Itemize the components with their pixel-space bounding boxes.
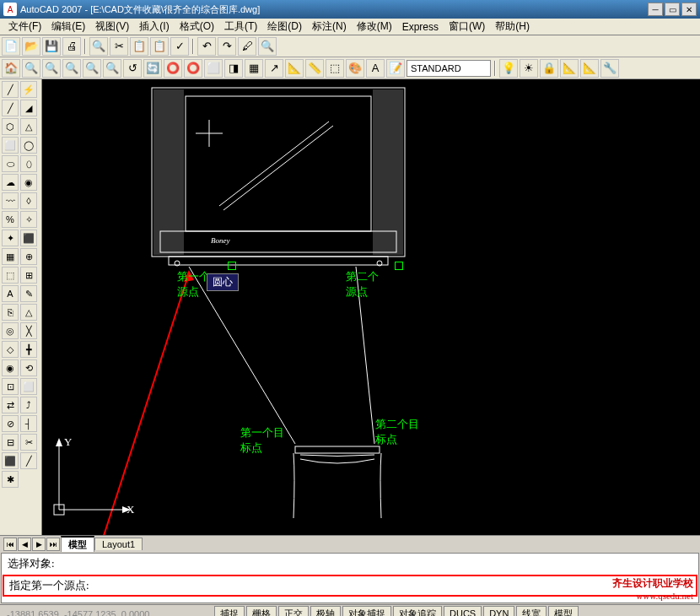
draw-tool-button[interactable]: ╱ <box>2 81 19 98</box>
toolbar-button[interactable]: 📂 <box>22 37 40 56</box>
draw-tool-button[interactable]: ✦ <box>2 230 19 246</box>
menu-item[interactable]: 帮助(H) <box>490 18 535 35</box>
toolbar-button[interactable]: ✓ <box>170 37 189 56</box>
toolbar-button[interactable]: 🔍 <box>62 59 81 78</box>
toolbar-button[interactable]: 📋 <box>150 37 169 56</box>
status-toggle[interactable]: 栅格 <box>246 606 277 616</box>
menu-item[interactable]: Express <box>397 19 444 35</box>
toolbar-button[interactable]: 🔍 <box>83 59 101 78</box>
tab-nav-button[interactable]: ◀ <box>18 538 31 551</box>
menu-item[interactable]: 视图(V) <box>90 18 134 35</box>
modify-tool-button[interactable]: ⬛ <box>2 452 19 469</box>
layer-toolbar-button[interactable]: ☀ <box>520 59 538 78</box>
layout-tab[interactable]: Layout1 <box>94 538 143 550</box>
draw-tool-button[interactable]: ◊ <box>20 192 37 209</box>
draw-tool-button[interactable]: % <box>2 211 19 228</box>
draw-tool-button[interactable]: ⬜ <box>2 137 19 154</box>
text-style-select[interactable] <box>407 60 491 77</box>
modify-tool-button[interactable]: ✱ <box>2 471 19 488</box>
draw-tool-button[interactable]: ▦ <box>2 248 19 265</box>
status-toggle[interactable]: 极轴 <box>310 606 341 616</box>
toolbar-button[interactable]: 🔍 <box>42 59 61 78</box>
status-toggle[interactable]: 线宽 <box>516 606 547 616</box>
minimize-button[interactable]: ─ <box>648 3 663 16</box>
toolbar-button[interactable]: ⭕ <box>184 59 202 78</box>
toolbar-button[interactable]: 🖨 <box>62 37 81 56</box>
toolbar-button[interactable]: ◨ <box>224 59 243 78</box>
draw-tool-button[interactable]: 〰 <box>2 192 19 209</box>
command-prompt[interactable]: 指定第一个源点: <box>3 575 697 597</box>
draw-tool-button[interactable]: ⚡ <box>20 81 37 98</box>
modify-tool-button[interactable]: △ <box>20 304 37 321</box>
draw-tool-button[interactable]: ⬡ <box>2 118 19 135</box>
layer-toolbar-button[interactable]: 💡 <box>499 59 518 78</box>
toolbar-button[interactable]: 💾 <box>42 37 61 56</box>
draw-tool-button[interactable]: A <box>2 285 19 302</box>
draw-tool-button[interactable]: ◉ <box>20 174 37 191</box>
toolbar-button[interactable]: 📏 <box>305 59 324 78</box>
draw-tool-button[interactable]: ⊕ <box>20 248 37 265</box>
modify-tool-button[interactable]: ⊡ <box>2 378 19 395</box>
toolbar-button[interactable]: 🏠 <box>2 59 20 78</box>
toolbar-button[interactable]: ⬜ <box>204 59 223 78</box>
draw-tool-button[interactable]: ⬚ <box>2 267 19 284</box>
modify-tool-button[interactable]: ⬜ <box>20 378 37 395</box>
menu-item[interactable]: 窗口(W) <box>444 18 490 35</box>
status-toggle[interactable]: 捕捉 <box>214 606 245 616</box>
modify-tool-button[interactable]: ╋ <box>20 341 37 358</box>
draw-tool-button[interactable]: ☁ <box>2 174 19 191</box>
menu-item[interactable]: 格式(O) <box>175 18 219 35</box>
toolbar-button[interactable]: ↶ <box>197 37 216 56</box>
drawing-canvas[interactable]: 第一个 源点 第二个 源点 第一个目 标点 第二个目 标点 圆心 Y X Bon… <box>42 79 700 535</box>
command-window[interactable]: 选择对象: 指定第一个源点: <box>1 553 699 603</box>
menu-item[interactable]: 绘图(D) <box>262 18 307 35</box>
draw-tool-button[interactable]: ⬭ <box>2 155 19 172</box>
modify-tool-button[interactable]: ⊘ <box>2 415 19 432</box>
draw-tool-button[interactable]: ⬛ <box>20 230 37 246</box>
close-button[interactable]: ✕ <box>681 3 697 16</box>
status-toggle[interactable]: 模型 <box>548 606 579 616</box>
toolbar-button[interactable]: 🔄 <box>143 59 162 78</box>
toolbar-button[interactable]: 📐 <box>285 59 304 78</box>
status-toggle[interactable]: 对象捕捉 <box>342 606 391 616</box>
draw-tool-button[interactable]: △ <box>20 118 37 135</box>
toolbar-button[interactable]: 🎨 <box>346 59 364 78</box>
draw-tool-button[interactable]: ⬯ <box>20 155 37 172</box>
tab-nav-button[interactable]: ⏭ <box>46 538 60 551</box>
toolbar-button[interactable]: 🔍 <box>89 37 108 56</box>
maximize-button[interactable]: ▭ <box>665 3 680 16</box>
toolbar-button[interactable]: 🖊 <box>238 37 256 56</box>
layer-toolbar-button[interactable]: 📐 <box>580 59 599 78</box>
draw-tool-button[interactable]: ◯ <box>20 137 37 154</box>
modify-tool-button[interactable]: ⎘ <box>2 304 19 321</box>
toolbar-button[interactable]: 📋 <box>130 37 148 56</box>
modify-tool-button[interactable]: ◎ <box>2 322 19 339</box>
menu-item[interactable]: 修改(M) <box>352 18 397 35</box>
layer-toolbar-button[interactable]: 🔧 <box>600 59 619 78</box>
draw-tool-button[interactable]: ╱ <box>2 100 19 116</box>
toolbar-button[interactable]: ↺ <box>123 59 142 78</box>
menu-item[interactable]: 编辑(E) <box>46 18 90 35</box>
layer-toolbar-button[interactable]: 📐 <box>560 59 579 78</box>
toolbar-button[interactable]: ⬚ <box>326 59 344 78</box>
menu-item[interactable]: 文件(F) <box>3 18 46 35</box>
tab-nav-button[interactable]: ⏮ <box>3 538 17 551</box>
toolbar-button[interactable]: ⭕ <box>164 59 182 78</box>
draw-tool-button[interactable]: ⊞ <box>20 267 37 284</box>
toolbar-button[interactable]: 📄 <box>2 37 20 56</box>
toolbar-button[interactable]: ▦ <box>245 59 263 78</box>
toolbar-button[interactable]: ✂ <box>110 37 128 56</box>
menu-item[interactable]: 工具(T) <box>219 18 262 35</box>
toolbar-button[interactable]: 📝 <box>386 59 405 78</box>
layer-toolbar-button[interactable]: 🔒 <box>540 59 558 78</box>
menu-item[interactable]: 插入(I) <box>134 18 174 35</box>
menu-item[interactable]: 标注(N) <box>307 18 352 35</box>
toolbar-button[interactable]: ↷ <box>218 37 236 56</box>
tab-nav-button[interactable]: ▶ <box>32 538 46 551</box>
modify-tool-button[interactable]: ✂ <box>20 434 37 451</box>
draw-tool-button[interactable]: ✧ <box>20 211 37 228</box>
modify-tool-button[interactable]: ⊟ <box>2 434 19 451</box>
modify-tool-button[interactable]: ⇄ <box>2 397 19 413</box>
modify-tool-button[interactable]: ✎ <box>20 285 37 302</box>
toolbar-button[interactable]: A <box>366 59 385 78</box>
